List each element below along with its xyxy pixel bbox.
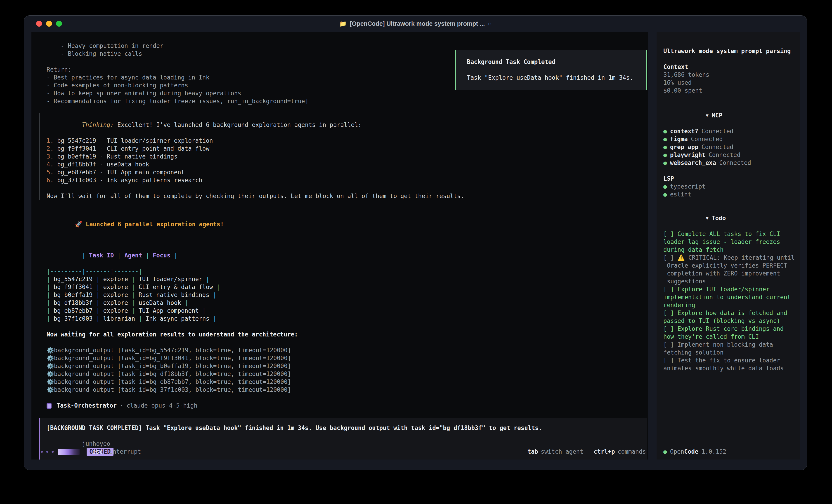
brand-name-bold: Code: [684, 448, 698, 455]
table-cell: bg_37f1c003: [50, 315, 96, 322]
thinking-intro: Excellent! I've launched 6 background ex…: [114, 121, 362, 128]
esc-key-hint: esc: [92, 448, 103, 455]
thinking-outro: Now I'll wait for all of them to complet…: [47, 192, 648, 200]
spinner-bar-icon: [58, 449, 80, 455]
status-dot-icon: ●: [664, 144, 667, 150]
thinking-item: bg_df18bb3f - useData hook: [54, 161, 149, 168]
todo-item: [ ] Explore Rust core bindings and how t…: [664, 325, 796, 341]
thinking-item: bg_eb87ebb7 - TUI App main component: [54, 169, 184, 176]
chevron-down-icon[interactable]: ▼: [706, 216, 708, 221]
terminal-window: 📁 [OpenCode] Ultrawork mode system promp…: [24, 16, 807, 470]
table-header-row: | Task ID | Agent | Focus |: [47, 244, 648, 268]
tool-call: ⚙️background_output [task_id=bg_b0effa19…: [47, 362, 648, 370]
app-version-footer: ●OpenCode1.0.152: [664, 448, 726, 456]
status-dot-icon: ●: [664, 448, 667, 455]
list-number: 6.: [47, 177, 54, 184]
todo-heading-row[interactable]: ▼Todo: [664, 206, 796, 230]
lsp-item: ●eslint: [664, 191, 796, 198]
folder-icon: 📁: [339, 20, 346, 27]
context-tokens: 31,686 tokens: [664, 71, 796, 79]
agent-name: Task-Orchestrator: [56, 402, 116, 410]
list-number: 1.: [47, 137, 54, 144]
thinking-item: bg_b0effa19 - Rust native bindings: [54, 153, 178, 160]
table-cell: librarian: [100, 315, 138, 322]
table-cell: bg_eb87ebb7: [50, 307, 96, 314]
waiting-line: Now waiting for all exploration results …: [47, 331, 648, 338]
thinking-label: Thinking:: [82, 121, 114, 128]
completed-message: [BACKGROUND TASK COMPLETED] Task "Explor…: [47, 424, 647, 432]
busy-indicator-icon: ○: [488, 20, 492, 27]
transcript-pane: - Heavy computation in render - Blocking…: [31, 32, 648, 459]
context-used: 16% used: [664, 79, 796, 87]
window-title-text: [OpenCode] Ultrawork mode system prompt …: [350, 20, 485, 27]
status-dot-icon: ●: [664, 191, 667, 198]
mcp-heading: MCP: [712, 112, 722, 119]
mcp-item: ●context7Connected: [664, 128, 796, 135]
launch-banner: 🚀 Launched 6 parallel exploration agents…: [47, 213, 648, 236]
app-version: 1.0.152: [702, 448, 726, 455]
toast-body: Task "Explore useData hook" finished in …: [467, 74, 646, 82]
lsp-section: LSP ●typescript ●eslint: [664, 175, 796, 198]
title-bar: 📁 [OpenCode] Ultrawork mode system promp…: [24, 16, 807, 32]
chevron-down-icon[interactable]: ▼: [706, 113, 708, 118]
table-header-cell: Focus: [149, 252, 174, 259]
mcp-item: ●websearch_exaConnected: [664, 159, 796, 167]
window-title: 📁 [OpenCode] Ultrawork mode system promp…: [24, 16, 807, 32]
todo-heading: Todo: [712, 215, 726, 222]
status-dot-icon: ●: [664, 136, 667, 142]
table-row: | bg_df18bb3f | explore | useData hook |: [47, 299, 648, 307]
table-row: | bg_37f1c003 | librarian | Ink async pa…: [47, 315, 648, 323]
table-cell: TUI loader/spinner: [135, 276, 206, 282]
lsp-item: ●typescript: [664, 183, 796, 191]
table-row: | bg_b0effa19 | explore | Rust native bi…: [47, 291, 648, 299]
table-cell: bg_df18bb3f: [50, 300, 96, 306]
status-dot-icon: ●: [664, 183, 667, 190]
launch-banner-text: Launched 6 parallel exploration agents!: [82, 221, 224, 228]
toast-notification: Background Task Completed Task "Explore …: [455, 50, 647, 90]
todo-item: [ ] Test the fix to ensure loader animat…: [664, 357, 796, 372]
tab-key-label: switch agent: [541, 448, 583, 456]
table-cell: bg_5547c219: [50, 276, 96, 282]
table-cell: explore: [100, 307, 132, 314]
context-heading: Context: [664, 63, 796, 71]
spinner-dots-icon: ∙∙∙: [40, 448, 56, 456]
rocket-icon: 🚀: [75, 221, 82, 228]
table-cell: CLI entry & data flow: [135, 284, 216, 290]
agent-model: claude-opus-4-5-high: [127, 402, 198, 410]
mcp-section: ▼MCP ●context7Connected ●figmaConnected …: [664, 104, 796, 167]
status-dot-icon: ●: [664, 160, 667, 166]
session-title: Ultrawork mode system prompt parsing: [664, 47, 796, 55]
table-separator-row: |---------|-------|-------|: [47, 268, 648, 275]
lsp-heading: LSP: [664, 175, 796, 183]
status-bar: ∙∙∙ esc interrupt tab switch agent ctrl+…: [40, 448, 646, 456]
table-header-cell: Task ID: [85, 252, 118, 259]
result-line: - Heavy computation in render: [47, 42, 648, 50]
thinking-item: bg_37f1c003 - Ink async patterns researc…: [54, 177, 202, 184]
status-dot-icon: ●: [664, 151, 667, 158]
gear-icon: ⚙️: [47, 370, 54, 377]
table-row: | bg_eb87ebb7 | explore | TUI App compon…: [47, 307, 648, 315]
table-cell: TUI App component: [135, 307, 202, 314]
table-cell: Ink async patterns: [142, 315, 213, 322]
table-cell: explore: [100, 291, 132, 298]
table-cell: explore: [100, 276, 132, 282]
ctrlp-key-label: commands: [618, 448, 646, 456]
mcp-item: ●playwrightConnected: [664, 151, 796, 159]
context-spent: $0.00 spent: [664, 87, 796, 94]
status-dot-icon: ●: [664, 128, 667, 135]
toast-title: Background Task Completed: [467, 58, 646, 66]
todo-section: ▼Todo [ ] Complete ALL tasks to fix CLI …: [664, 206, 796, 372]
table-row: | bg_f9ff3041 | explore | CLI entry & da…: [47, 283, 648, 291]
context-section: Context 31,686 tokens 16% used $0.00 spe…: [664, 63, 796, 94]
gear-icon: ⚙️: [47, 347, 54, 354]
todo-item: [ ] Complete ALL tasks to fix CLI loader…: [664, 230, 796, 254]
mcp-heading-row[interactable]: ▼MCP: [664, 104, 796, 128]
list-number: 3.: [47, 153, 54, 160]
brand-name-light: Open: [670, 448, 684, 455]
table-row: | bg_5547c219 | explore | TUI loader/spi…: [47, 275, 648, 283]
tool-call: ⚙️background_output [task_id=bg_f9ff3041…: [47, 354, 648, 362]
result-line: - Recommendations for fixing loader free…: [47, 97, 648, 105]
username: junhoyeo: [82, 440, 110, 447]
table-cell: Rust native bindings: [135, 291, 213, 298]
sidebar: Ultrawork mode system prompt parsing Con…: [656, 32, 800, 459]
